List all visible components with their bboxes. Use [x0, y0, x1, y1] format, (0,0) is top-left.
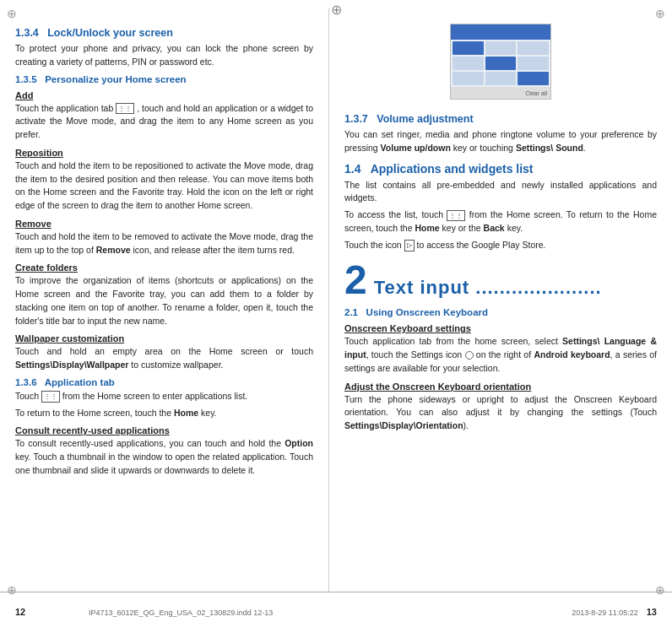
chapter-2-heading: 2 Text input .....................: [344, 260, 657, 300]
top-compass-icon: ⊕: [331, 2, 342, 18]
content-area: 1.3.4 Lock/Unlock your screen To protect…: [0, 0, 672, 592]
section-14-body3: Touch the icon ▷ to access the Google Pl…: [344, 239, 657, 252]
section-14-body2: To access the list, touch ⋮⋮ from the Ho…: [344, 208, 657, 235]
section-14-heading: 1.4 Applications and widgets list: [344, 162, 657, 176]
screenshot-top-bar: [451, 24, 550, 40]
label-create-folders: Create folders: [15, 262, 313, 273]
section-136-heading: 1.3.6 Application tab: [15, 377, 313, 387]
section-14-body1: The list contains all pre-embedded and n…: [344, 179, 657, 206]
section-134-heading: 1.3.4 Lock/Unlock your screen: [15, 27, 313, 39]
label-reposition: Reposition: [15, 148, 313, 158]
footer-right: 2013-8-29 11:05:22: [336, 608, 647, 617]
para-consult: To consult recently-used applications, y…: [15, 437, 313, 477]
para-add: Touch the application tab ⋮⋮ , touch and…: [15, 102, 313, 142]
screenshot-image: Clear all: [450, 24, 551, 100]
corner-mark-tl: ⊕: [7, 7, 17, 20]
chapter-2-num: 2: [344, 260, 367, 300]
section-21-heading: 2.1 Using Onscreen Keyboard: [344, 307, 657, 317]
para-wallpaper: Touch and hold an empty area on the Home…: [15, 345, 313, 372]
para-onscreen-settings: Touch application tab from the home scre…: [344, 335, 657, 375]
section-137-heading: 1.3.7 Volume adjustment: [344, 113, 657, 125]
para-adjust-orientation: Turn the phone sideways or upright to ad…: [344, 393, 657, 433]
para-reposition: Touch and hold the item to be reposition…: [15, 160, 313, 213]
apps-icon-14: ⋮⋮: [447, 210, 465, 221]
apps-icon-136: ⋮⋮: [41, 391, 60, 402]
apps-grid-icon: ⋮⋮: [116, 103, 134, 114]
right-column: Clear all 1.3.7 Volume adjustment You ca…: [329, 8, 672, 592]
settings-gear-icon: [465, 351, 474, 360]
label-consult: Consult recently-used applications: [15, 425, 313, 435]
store-icon: ▷: [404, 240, 415, 252]
section-137-body: You can set ringer, media and phone ring…: [344, 128, 657, 155]
label-wallpaper: Wallpaper customization: [15, 333, 313, 343]
left-column: 1.3.4 Lock/Unlock your screen To protect…: [0, 8, 329, 592]
screenshot-grid: [451, 40, 550, 87]
label-remove: Remove: [15, 219, 313, 229]
corner-mark-tr: ⊕: [655, 7, 665, 20]
label-add: Add: [15, 90, 313, 100]
chapter-2-title: Text input .....................: [374, 277, 602, 299]
footer-info: IP4713_6012E_QG_Eng_USA_02_130829.indd 1…: [25, 608, 336, 617]
screenshot-bottom-bar: Clear all: [451, 87, 550, 99]
label-onscreen-settings: Onscreen Keyboard settings: [344, 323, 657, 333]
clear-all-label: Clear all: [525, 90, 547, 96]
section-135-heading: 1.3.5 Personalize your Home screen: [15, 74, 313, 84]
left-page-num: 12: [15, 607, 25, 617]
section-134-body: To protect your phone and privacy, you c…: [15, 42, 313, 69]
bottom-bar: 12 IP4713_6012E_QG_Eng_USA_02_130829.ind…: [0, 592, 672, 622]
corner-mark-bl: ⊕: [7, 583, 17, 597]
page-container: ⊕ ⊕ ⊕ ⊕ ⊕ 1.3.4 Lock/Unlock your screen …: [0, 0, 672, 622]
label-adjust-orientation: Adjust the Onscreen Keyboard orientation: [344, 381, 657, 392]
right-page-num: 13: [647, 607, 657, 617]
section-136-body2: To return to the Home screen, touch the …: [15, 407, 313, 420]
corner-mark-br: ⊕: [655, 583, 665, 597]
para-create-folders: To improve the organization of items (sh…: [15, 274, 313, 327]
para-remove: Touch and hold the item to be removed to…: [15, 230, 313, 257]
section-136-body1: Touch ⋮⋮ from the Home screen to enter a…: [15, 390, 313, 403]
